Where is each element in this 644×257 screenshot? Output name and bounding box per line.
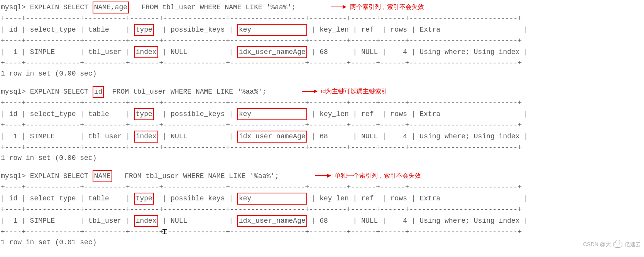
result-footer: 1 row in set (0.00 sec): [1, 153, 643, 163]
annotation-2: id为主键可以调主键索引: [302, 87, 387, 96]
annotation-1: 两个索引列，索引不会失效: [331, 2, 424, 12]
text-cursor-icon: ⌶: [162, 226, 167, 239]
data-row: | 1 | SIMPLE | tbl_user | index | NULL |…: [1, 215, 643, 227]
header-row: | id | select_type | table | type | poss…: [1, 193, 643, 205]
arrow-icon: [331, 7, 346, 7]
header-row: | id | select_type | table | type | poss…: [1, 24, 643, 36]
header-row: | id | select_type | table | type | poss…: [1, 108, 643, 120]
boxed-key-header: key: [237, 24, 307, 36]
annotation-text: 单独一个索引列，索引不会失效: [335, 171, 421, 180]
result-footer: 1 row in set (0.01 sec): [1, 237, 643, 248]
boxed-type-header: type: [134, 24, 154, 36]
watermark-csdn: CSDN @大: [583, 240, 611, 249]
divider: +----+-------------+----------+-------+-…: [1, 205, 643, 215]
annotation-3: 单独一个索引列，索引不会失效: [315, 171, 421, 180]
boxed-key-header: key: [237, 193, 307, 205]
annotation-text: id为主键可以调主键索引: [321, 87, 387, 96]
divider: +----+-------------+----------+-------+-…: [1, 13, 643, 24]
query-block-2: id为主键可以调主键索引 mysql> EXPLAIN SELECT id FR…: [1, 86, 643, 163]
boxed-columns: NAME: [93, 170, 112, 182]
boxed-key-value: idx_user_nameAge: [237, 46, 307, 58]
divider: +----+-------------+----------+-------+-…: [1, 98, 643, 108]
query-block-3: 单独一个索引列，索引不会失效 mysql> EXPLAIN SELECT NAM…: [1, 170, 643, 248]
boxed-type-value: index: [134, 215, 158, 227]
divider: +----+-------------+----------+-------+-…: [1, 227, 643, 237]
boxed-type-header: type: [134, 193, 154, 205]
data-row: | 1 | SIMPLE | tbl_user | index | NULL |…: [1, 131, 643, 143]
data-row: | 1 | SIMPLE | tbl_user | index | NULL |…: [1, 46, 643, 58]
divider: +----+-------------+----------+-------+-…: [1, 143, 643, 153]
watermark: CSDN @大 亿速云: [583, 240, 641, 249]
boxed-key-value: idx_user_nameAge: [237, 131, 307, 143]
boxed-type-header: type: [134, 108, 154, 120]
result-footer: 1 row in set (0.00 sec): [1, 69, 643, 79]
arrow-icon: [315, 175, 331, 176]
sql-line: mysql> EXPLAIN SELECT NAME,age FROM tbl_…: [1, 2, 643, 13]
cloud-icon: [613, 242, 622, 248]
boxed-columns: id: [93, 86, 104, 98]
divider: +----+-------------+----------+-------+-…: [1, 36, 643, 46]
divider: +----+-------------+----------+-------+-…: [1, 58, 643, 69]
boxed-columns: NAME,age: [93, 2, 129, 13]
boxed-key-header: key: [237, 108, 307, 120]
divider: +----+-------------+----------+-------+-…: [1, 182, 643, 193]
divider: +----+-------------+----------+-------+-…: [1, 120, 643, 131]
annotation-text: 两个索引列，索引不会失效: [350, 2, 424, 12]
watermark-yisu: 亿速云: [625, 240, 641, 249]
boxed-key-value: idx_user_nameAge: [237, 215, 307, 227]
boxed-type-value: index: [134, 131, 158, 143]
boxed-type-value: index: [134, 46, 158, 58]
query-block-1: 两个索引列，索引不会失效 mysql> EXPLAIN SELECT NAME,…: [1, 2, 643, 79]
arrow-icon: [302, 91, 317, 92]
